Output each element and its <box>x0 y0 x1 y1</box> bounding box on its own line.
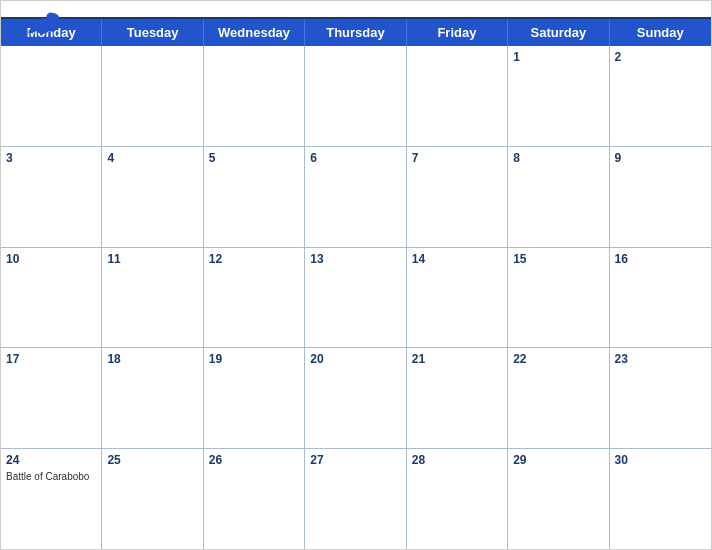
day-cell: 7 <box>407 147 508 247</box>
day-cell: 5 <box>204 147 305 247</box>
week-row-1: 12 <box>1 46 711 147</box>
day-cell: 23 <box>610 348 711 448</box>
calendar-header <box>1 1 711 17</box>
day-cell: 1 <box>508 46 609 146</box>
day-cell: 30 <box>610 449 711 549</box>
weekday-header-saturday: Saturday <box>508 19 609 46</box>
calendar-grid: MondayTuesdayWednesdayThursdayFridaySatu… <box>1 17 711 549</box>
day-number: 7 <box>412 150 502 167</box>
day-cell: 2 <box>610 46 711 146</box>
day-cell: 21 <box>407 348 508 448</box>
day-cell: 28 <box>407 449 508 549</box>
day-cell <box>407 46 508 146</box>
weekday-headers: MondayTuesdayWednesdayThursdayFridaySatu… <box>1 19 711 46</box>
day-number: 3 <box>6 150 96 167</box>
day-number: 13 <box>310 251 400 268</box>
day-number: 25 <box>107 452 197 469</box>
day-number: 6 <box>310 150 400 167</box>
day-cell: 20 <box>305 348 406 448</box>
day-cell: 11 <box>102 248 203 348</box>
day-cell <box>204 46 305 146</box>
event-label: Battle of Carabobo <box>6 471 96 482</box>
week-row-2: 3456789 <box>1 147 711 248</box>
day-number: 15 <box>513 251 603 268</box>
day-number: 5 <box>209 150 299 167</box>
day-number: 29 <box>513 452 603 469</box>
day-number: 4 <box>107 150 197 167</box>
day-number: 22 <box>513 351 603 368</box>
day-cell: 8 <box>508 147 609 247</box>
day-cell: 27 <box>305 449 406 549</box>
day-cell: 24Battle of Carabobo <box>1 449 102 549</box>
week-row-4: 17181920212223 <box>1 348 711 449</box>
day-cell: 17 <box>1 348 102 448</box>
day-number: 24 <box>6 452 96 469</box>
weekday-header-tuesday: Tuesday <box>102 19 203 46</box>
day-number: 11 <box>107 251 197 268</box>
generalblue-logo <box>17 9 75 37</box>
day-number: 2 <box>615 49 706 66</box>
day-cell: 12 <box>204 248 305 348</box>
day-cell: 29 <box>508 449 609 549</box>
weekday-header-friday: Friday <box>407 19 508 46</box>
day-number: 17 <box>6 351 96 368</box>
day-cell <box>1 46 102 146</box>
day-number: 18 <box>107 351 197 368</box>
day-cell: 18 <box>102 348 203 448</box>
day-number: 1 <box>513 49 603 66</box>
day-cell: 15 <box>508 248 609 348</box>
weekday-header-thursday: Thursday <box>305 19 406 46</box>
day-number: 28 <box>412 452 502 469</box>
day-cell <box>305 46 406 146</box>
day-cell: 3 <box>1 147 102 247</box>
day-cell: 9 <box>610 147 711 247</box>
day-cell <box>102 46 203 146</box>
day-cell: 13 <box>305 248 406 348</box>
weekday-header-wednesday: Wednesday <box>204 19 305 46</box>
week-row-5: 24Battle of Carabobo252627282930 <box>1 449 711 549</box>
day-number: 8 <box>513 150 603 167</box>
day-cell: 10 <box>1 248 102 348</box>
weeks-container: 123456789101112131415161718192021222324B… <box>1 46 711 549</box>
day-number: 26 <box>209 452 299 469</box>
day-number: 12 <box>209 251 299 268</box>
weekday-header-sunday: Sunday <box>610 19 711 46</box>
day-cell: 22 <box>508 348 609 448</box>
day-number: 27 <box>310 452 400 469</box>
day-number: 14 <box>412 251 502 268</box>
day-cell: 25 <box>102 449 203 549</box>
day-cell: 4 <box>102 147 203 247</box>
day-number: 10 <box>6 251 96 268</box>
day-number: 30 <box>615 452 706 469</box>
day-cell: 19 <box>204 348 305 448</box>
day-cell: 14 <box>407 248 508 348</box>
day-number: 21 <box>412 351 502 368</box>
day-number: 16 <box>615 251 706 268</box>
week-row-3: 10111213141516 <box>1 248 711 349</box>
day-number: 20 <box>310 351 400 368</box>
calendar-page: MondayTuesdayWednesdayThursdayFridaySatu… <box>0 0 712 550</box>
day-number: 9 <box>615 150 706 167</box>
day-cell: 16 <box>610 248 711 348</box>
day-number: 23 <box>615 351 706 368</box>
day-cell: 26 <box>204 449 305 549</box>
day-number: 19 <box>209 351 299 368</box>
day-cell: 6 <box>305 147 406 247</box>
